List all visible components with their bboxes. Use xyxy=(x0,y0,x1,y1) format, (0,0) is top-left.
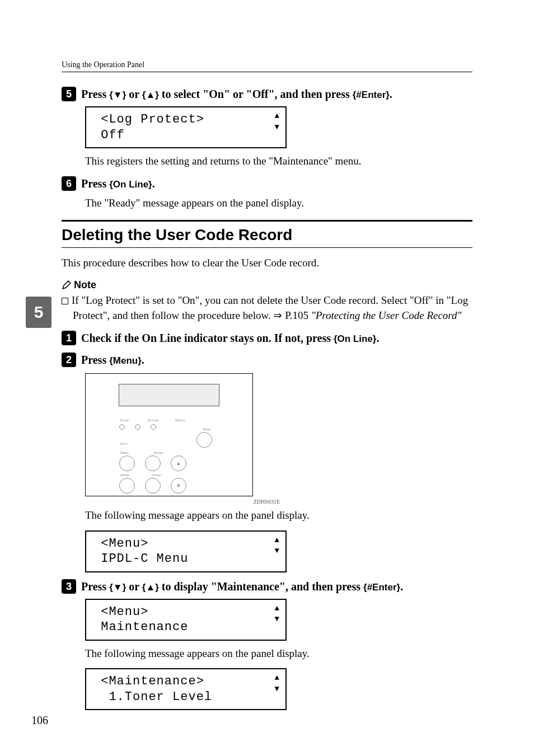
key-down-2: {▼} xyxy=(109,582,126,593)
lcd-line2: Off xyxy=(93,128,125,142)
lbl-escape: Escape xyxy=(154,451,163,454)
step-5-post: . xyxy=(390,88,392,100)
page: Using the Operation Panel 5 Press {▼} or… xyxy=(0,0,534,756)
btn-escape xyxy=(145,456,161,471)
lcd-display-maint: <Maintenance> 1.Toner Level▲▼ xyxy=(85,668,287,710)
lcd-maint-line1: <Maintenance> xyxy=(93,674,204,688)
btn-reset xyxy=(196,432,212,448)
key-online: {On Line} xyxy=(109,179,152,190)
step-b-body: The following message appears on the pan… xyxy=(85,508,472,523)
key-online-2: {On Line} xyxy=(334,334,377,344)
btn-media xyxy=(119,478,135,494)
led-datain xyxy=(151,424,156,430)
lcd-m2-line2: Maintenance xyxy=(93,620,188,634)
lcd-scroll-arrows-4: ▲▼ xyxy=(275,673,280,694)
btn-up: ▲ xyxy=(171,456,186,471)
step-c-mid2: to display "Maintenance", and then press xyxy=(159,580,363,593)
step-5-mid1: or xyxy=(126,88,142,100)
key-menu: {Menu} xyxy=(109,355,142,366)
lbl-reset: Reset xyxy=(203,428,210,431)
btn-menu xyxy=(119,456,135,471)
step-5: 5 Press {▼} or {▲} to select "On" or "Of… xyxy=(62,87,472,102)
lbl-error: Error xyxy=(120,442,128,445)
step-c-pre: Press xyxy=(81,580,109,593)
lcd-m2-line1: <Menu> xyxy=(93,605,148,619)
step-a-post: . xyxy=(376,332,379,344)
lcd-maint-line2: 1.Toner Level xyxy=(93,690,212,704)
step-5-mid2: to select "On" or "Off", and then press xyxy=(159,88,353,100)
lbl-power: Power xyxy=(120,419,129,422)
led-online xyxy=(135,424,140,430)
svg-text:6: 6 xyxy=(66,178,72,189)
lcd-scroll-arrows-2: ▲▼ xyxy=(275,535,280,557)
btn-down: ▼ xyxy=(171,478,186,494)
step-a: 1 Check if the On Line indicator stays o… xyxy=(62,331,472,346)
page-number: 106 xyxy=(31,714,48,727)
control-panel-illustration: Power On Line Data In Reset Error Menu E… xyxy=(85,373,253,496)
note-label: Note xyxy=(62,279,472,291)
section-intro: This procedure describes how to clear th… xyxy=(62,256,472,270)
lcd-display: <Log Protect> Off▲▼ xyxy=(85,106,287,148)
note-body: If "Log Protect" is set to "On", you can… xyxy=(62,293,472,323)
step-b: 2 Press {Menu}. xyxy=(62,353,472,368)
step-6-pre: Press xyxy=(81,177,109,190)
step-c: 3 Press {▼} or {▲} to display "Maintenan… xyxy=(62,579,472,594)
lcd-scroll-arrows: ▲▼ xyxy=(275,111,280,133)
step-5-pre: Press xyxy=(81,88,109,100)
lbl-enter: # Enter xyxy=(152,473,162,477)
led-power xyxy=(119,424,125,430)
note-label-text: Note xyxy=(74,279,96,290)
lbl-datain: Data In xyxy=(175,419,185,422)
svg-text:3: 3 xyxy=(66,581,72,592)
step-6-icon: 6 xyxy=(62,176,76,191)
lcd-m1-line1: <Menu> xyxy=(93,537,148,551)
btn-enter xyxy=(145,478,161,494)
key-enter: {#Enter} xyxy=(353,90,390,100)
lcd-maintenance: <Maintenance> 1.Toner Level▲▼ xyxy=(85,668,472,710)
lcd-display-menu1: <Menu> IPDL-C Menu▲▼ xyxy=(85,530,287,572)
bullet-box-icon xyxy=(62,298,68,304)
panel-lcd xyxy=(119,384,219,406)
pencil-icon xyxy=(62,280,72,290)
step-6-post: . xyxy=(152,177,155,190)
step-5-body: This registers the setting and returns t… xyxy=(85,154,472,168)
step-b-icon: 2 xyxy=(62,353,76,367)
step-a-pre: Check if the On Line indicator stays on.… xyxy=(81,332,334,344)
lcd-log-protect: <Log Protect> Off▲▼ xyxy=(85,106,472,148)
note-body-italic: "Protecting the User Code Record" xyxy=(311,309,462,321)
lbl-online: On Line xyxy=(147,419,158,422)
svg-text:2: 2 xyxy=(66,354,72,365)
lcd-scroll-arrows-3: ▲▼ xyxy=(275,603,280,625)
step-c-body: The following message appears on the pan… xyxy=(85,646,472,661)
key-up-2: {▲} xyxy=(142,582,159,593)
lcd-menu-1: <Menu> IPDL-C Menu▲▼ xyxy=(85,530,472,572)
step-c-mid1: or xyxy=(126,580,142,593)
running-header: Using the Operation Panel xyxy=(62,60,472,72)
step-b-pre: Press xyxy=(81,354,109,366)
step-5-icon: 5 xyxy=(62,87,76,101)
illustration-code: ZDHS031E xyxy=(85,499,280,505)
step-b-post: . xyxy=(142,354,144,366)
key-up: {▲} xyxy=(142,90,159,100)
step-6-body: The "Ready" message appears on the panel… xyxy=(85,196,472,210)
step-c-post: . xyxy=(400,580,403,593)
step-c-icon: 3 xyxy=(62,579,76,594)
svg-text:5: 5 xyxy=(66,88,72,100)
lbl-menu: Menu xyxy=(120,451,128,454)
chapter-tab: 5 xyxy=(26,297,51,328)
step-a-icon: 1 xyxy=(62,331,76,345)
lcd-line1: <Log Protect> xyxy=(93,112,204,126)
step-6: 6 Press {On Line}. xyxy=(62,176,472,191)
section-heading: Deleting the User Code Record xyxy=(62,220,472,248)
lcd-display-menu2: <Menu> Maintenance▲▼ xyxy=(85,599,287,641)
key-down: {▼} xyxy=(109,90,126,100)
svg-text:1: 1 xyxy=(66,332,72,344)
lbl-media: Media xyxy=(120,473,129,477)
lcd-m1-line2: IPDL-C Menu xyxy=(93,552,188,566)
key-enter-2: {#Enter} xyxy=(363,582,400,593)
lcd-menu-2: <Menu> Maintenance▲▼ xyxy=(85,599,472,641)
